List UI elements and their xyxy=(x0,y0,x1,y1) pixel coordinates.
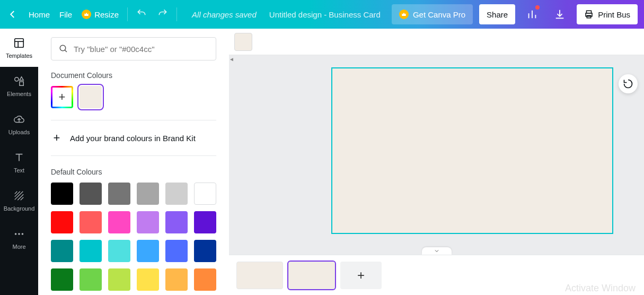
colour-swatch[interactable] xyxy=(165,268,188,291)
canvas-toolbar xyxy=(229,29,644,55)
colour-swatch[interactable] xyxy=(194,240,216,262)
brand-kit-button[interactable]: + Add your brand colours in Brand Kit xyxy=(51,132,216,144)
default-colours-grid xyxy=(51,183,216,291)
add-page-button[interactable]: + xyxy=(340,262,382,289)
colour-swatch[interactable] xyxy=(80,183,102,205)
design-page[interactable] xyxy=(332,68,612,233)
colour-swatch[interactable] xyxy=(137,183,159,205)
notification-dot xyxy=(535,5,540,10)
page-thumbnail-1[interactable] xyxy=(236,262,283,289)
svg-line-20 xyxy=(21,197,24,201)
resize-button[interactable]: Resize xyxy=(82,10,119,19)
svg-point-23 xyxy=(22,233,24,235)
get-pro-button[interactable]: Get Canva Pro xyxy=(392,4,473,24)
svg-marker-12 xyxy=(20,77,23,80)
rail-label: Uploads xyxy=(8,129,30,135)
colour-swatch[interactable] xyxy=(108,268,130,291)
rail-background[interactable]: Background xyxy=(0,181,38,220)
pro-label: Get Canva Pro xyxy=(413,10,465,19)
rail-label: Text xyxy=(14,167,24,173)
search-icon xyxy=(59,44,68,54)
design-title[interactable]: Untitled design - Business Card xyxy=(269,10,381,19)
colour-swatch[interactable] xyxy=(51,211,73,233)
os-watermark: Activate Window xyxy=(565,283,636,294)
panel-separator xyxy=(51,120,216,120)
rail-text[interactable]: Text xyxy=(0,143,38,181)
colour-swatch[interactable] xyxy=(80,268,102,291)
text-icon xyxy=(13,151,25,164)
colour-swatch[interactable] xyxy=(108,211,130,233)
svg-point-22 xyxy=(18,233,20,235)
colour-swatch[interactable] xyxy=(51,268,73,291)
rail-label: Templates xyxy=(6,53,32,59)
redo-button[interactable] xyxy=(157,8,168,21)
rail-label: Elements xyxy=(7,91,31,97)
crown-icon xyxy=(399,10,409,19)
left-rail: Templates Elements Uploads Text Backgrou… xyxy=(0,29,38,295)
svg-point-21 xyxy=(15,233,17,235)
rail-templates[interactable]: Templates xyxy=(0,29,38,67)
colour-swatch[interactable] xyxy=(80,211,102,233)
header-divider xyxy=(127,7,128,21)
colour-swatch[interactable] xyxy=(194,268,216,291)
save-status: All changes saved xyxy=(192,10,257,19)
rail-uploads[interactable]: Uploads xyxy=(0,105,38,143)
colour-swatch[interactable] xyxy=(108,240,130,262)
colour-swatch[interactable] xyxy=(165,240,188,262)
colour-swatch[interactable] xyxy=(194,211,216,233)
back-icon[interactable] xyxy=(6,8,19,21)
download-button[interactable] xyxy=(549,4,570,24)
colour-swatch[interactable] xyxy=(165,211,188,233)
colour-swatch[interactable] xyxy=(165,183,188,205)
rail-elements[interactable]: Elements xyxy=(0,67,38,105)
insights-button[interactable] xyxy=(522,4,543,24)
colour-swatch[interactable] xyxy=(51,240,73,262)
doc-colours-row: + xyxy=(51,86,216,108)
app-header: Home File Resize All changes saved Untit… xyxy=(0,0,644,29)
colour-swatch[interactable] xyxy=(137,240,159,262)
rail-more[interactable]: More xyxy=(0,220,38,258)
colour-swatch[interactable] xyxy=(137,268,159,291)
add-colour-button[interactable]: + xyxy=(51,86,73,108)
colour-search[interactable] xyxy=(51,37,216,60)
scroll-left-arrow[interactable]: ◄ xyxy=(229,55,234,63)
canvas-area: ◄ + Activate Window xyxy=(229,29,644,295)
templates-icon xyxy=(13,37,25,49)
default-colours-label: Default Colours xyxy=(51,168,216,176)
crown-icon xyxy=(82,10,91,19)
current-colour-swatch[interactable] xyxy=(234,33,252,51)
colour-swatch[interactable] xyxy=(80,240,102,262)
svg-point-24 xyxy=(60,45,66,51)
search-input[interactable] xyxy=(74,45,208,54)
colour-swatch[interactable] xyxy=(108,183,130,205)
share-button[interactable]: Share xyxy=(479,4,515,24)
print-button[interactable]: Print Bus xyxy=(577,4,638,24)
colour-swatch[interactable] xyxy=(137,211,159,233)
home-button[interactable]: Home xyxy=(29,10,50,19)
panel-separator xyxy=(51,155,216,156)
brand-kit-label: Add your brand colours in Brand Kit xyxy=(70,134,196,143)
page-thumbnail-2[interactable] xyxy=(288,262,335,289)
doc-colour-swatch[interactable] xyxy=(80,86,102,108)
canvas-stage[interactable]: ◄ xyxy=(229,55,644,255)
rail-label: More xyxy=(12,244,25,250)
plus-icon: + xyxy=(51,132,63,144)
print-label: Print Bus xyxy=(598,10,630,19)
svg-line-19 xyxy=(17,194,23,200)
expand-pages-tab[interactable] xyxy=(422,247,452,255)
file-menu[interactable]: File xyxy=(59,10,72,19)
svg-line-25 xyxy=(65,50,67,52)
rail-label: Background xyxy=(4,205,35,212)
resize-label: Resize xyxy=(94,10,119,19)
more-icon xyxy=(13,228,25,240)
undo-redo-group xyxy=(136,8,168,21)
undo-button[interactable] xyxy=(136,8,147,21)
svg-line-17 xyxy=(15,192,20,197)
header-divider-2 xyxy=(177,7,177,21)
svg-point-10 xyxy=(15,77,19,81)
pages-strip: + Activate Window xyxy=(229,255,644,295)
colour-swatch[interactable] xyxy=(51,183,73,205)
reset-orientation-button[interactable] xyxy=(619,74,638,93)
colour-swatch[interactable] xyxy=(194,183,216,205)
svg-rect-7 xyxy=(15,39,24,48)
